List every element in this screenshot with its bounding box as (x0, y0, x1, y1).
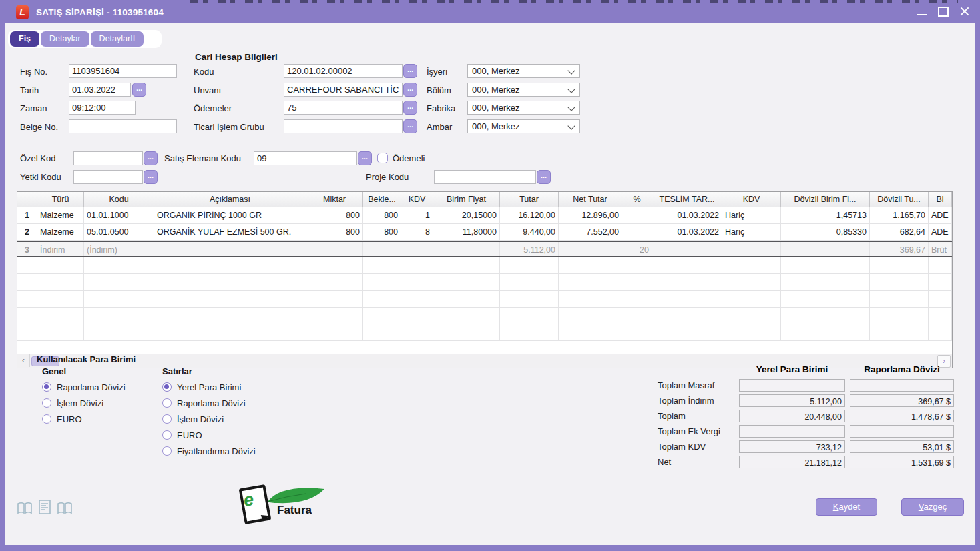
grid-cell[interactable] (559, 257, 622, 273)
proje-kodu-lookup-button[interactable]: ... (537, 170, 551, 184)
grid-cell[interactable] (722, 274, 781, 290)
radio-icon[interactable] (162, 446, 172, 456)
grid-cell[interactable] (37, 274, 84, 290)
grid-column-header[interactable]: Bekle... (363, 192, 401, 207)
grid-cell[interactable] (500, 291, 559, 307)
grid-column-header[interactable]: Türü (37, 192, 84, 207)
grid-cell[interactable] (781, 308, 870, 324)
proje-kodu-field[interactable] (434, 170, 536, 184)
grid-cell[interactable] (622, 324, 652, 340)
radio-option[interactable]: Yerel Para Birimi (162, 379, 256, 395)
odemeli-checkbox[interactable] (377, 153, 388, 163)
radio-option[interactable]: İşlem Dövizi (42, 395, 126, 411)
grid-cell[interactable] (154, 291, 306, 307)
grid-cell[interactable] (870, 308, 929, 324)
grid-cell[interactable]: İndirim (37, 242, 84, 256)
grid-cell[interactable] (37, 324, 84, 340)
grid-cell[interactable]: 369,67 (870, 242, 929, 256)
grid-cell[interactable] (363, 291, 401, 307)
grid-cell[interactable]: 20 (622, 242, 652, 256)
grid-cell[interactable] (306, 308, 363, 324)
ozel-kod-lookup-button[interactable]: ... (144, 151, 158, 165)
grid-column-header[interactable]: Birim Fiyat (433, 192, 500, 207)
grid-column-header[interactable]: Miktar (306, 192, 363, 207)
radio-option[interactable]: İşlem Dövizi (162, 411, 256, 427)
grid-cell[interactable] (622, 291, 652, 307)
minimize-icon[interactable] (917, 14, 927, 15)
grid-cell[interactable] (500, 308, 559, 324)
grid-cell[interactable] (722, 291, 781, 307)
grid-cell[interactable]: 7.552,00 (559, 224, 622, 240)
grid-cell[interactable] (622, 224, 652, 240)
grid-column-header[interactable]: Kodu (84, 192, 154, 207)
grid-cell[interactable] (37, 257, 84, 273)
grid-cell[interactable]: 1,45713 (781, 207, 870, 223)
grid-cell[interactable] (363, 274, 401, 290)
grid-cell[interactable] (84, 308, 154, 324)
grid-column-header[interactable]: Bi (929, 192, 952, 207)
grid-cell[interactable] (363, 242, 401, 256)
grid-row[interactable] (17, 324, 952, 341)
odemeler-field[interactable] (284, 101, 403, 115)
radio-option[interactable]: EURO (162, 427, 256, 443)
grid-cell[interactable] (500, 324, 559, 340)
grid-cell[interactable] (559, 242, 622, 256)
grid-row[interactable]: 2Malzeme05.01.0500ORGANİK YULAF EZMESİ 5… (17, 224, 952, 241)
grid-cell[interactable] (559, 308, 622, 324)
grid-cell[interactable] (500, 257, 559, 273)
radio-option[interactable]: Raporlama Dövizi (42, 379, 126, 395)
maximize-icon[interactable] (938, 7, 949, 17)
grid-cell[interactable] (84, 324, 154, 340)
grid-cell[interactable] (559, 291, 622, 307)
kodu-field[interactable] (284, 64, 403, 78)
zaman-field[interactable] (69, 101, 136, 115)
grid-row[interactable] (17, 274, 952, 291)
grid-cell[interactable] (154, 257, 306, 273)
grid-cell[interactable] (401, 242, 433, 256)
grid-cell[interactable]: Malzeme (37, 224, 84, 240)
satis-elemani-lookup-button[interactable]: ... (358, 151, 372, 165)
grid-column-header[interactable]: Dövizli Tu... (870, 192, 929, 207)
grid-cell[interactable] (84, 291, 154, 307)
grid-cell[interactable]: 01.03.2022 (652, 224, 722, 240)
kaydet-button[interactable]: Kaydet (816, 498, 877, 516)
grid-row[interactable]: 1Malzeme01.01.1000ORGANİK PİRİNÇ 1000 GR… (17, 207, 952, 224)
vazgec-button[interactable]: Vazgeç (901, 498, 964, 516)
grid-cell[interactable] (433, 308, 500, 324)
grid-cell[interactable] (929, 308, 952, 324)
grid-cell[interactable]: 11,80000 (433, 224, 500, 240)
grid-cell[interactable] (363, 257, 401, 273)
grid-cell[interactable]: 800 (363, 224, 401, 240)
radio-icon[interactable] (162, 382, 172, 392)
radio-icon[interactable] (42, 414, 51, 424)
grid-row[interactable] (17, 257, 952, 274)
radio-option[interactable]: Fiyatlandırma Dövizi (162, 443, 256, 459)
grid-cell[interactable] (363, 324, 401, 340)
grid-cell[interactable] (781, 324, 870, 340)
tarih-field[interactable] (69, 83, 131, 97)
grid-cell[interactable] (652, 257, 722, 273)
document-notes-icon[interactable] (37, 499, 53, 515)
grid-cell[interactable]: Hariç (722, 224, 781, 240)
ticari-lookup-button[interactable]: ... (403, 119, 417, 133)
grid-cell[interactable] (870, 324, 929, 340)
scroll-left-icon[interactable]: ‹ (17, 354, 30, 367)
grid-cell[interactable]: ADE (929, 224, 952, 240)
grid-cell[interactable] (84, 257, 154, 273)
grid-cell[interactable] (17, 324, 37, 340)
grid-cell[interactable] (37, 291, 84, 307)
close-icon[interactable] (960, 7, 969, 16)
grid-column-header[interactable] (17, 192, 37, 207)
grid-cell[interactable] (652, 291, 722, 307)
kodu-lookup-button[interactable]: ... (403, 64, 417, 78)
grid-cell[interactable]: 800 (306, 224, 363, 240)
grid-column-header[interactable]: KDV (722, 192, 781, 207)
grid-cell[interactable] (154, 242, 306, 256)
grid-cell[interactable] (870, 257, 929, 273)
grid-cell[interactable] (722, 242, 781, 256)
grid-cell[interactable]: 682,64 (870, 224, 929, 240)
grid-cell[interactable]: ORGANİK YULAF EZMESİ 500 GR. (154, 224, 306, 240)
grid-row[interactable] (17, 291, 952, 308)
radio-icon[interactable] (162, 414, 172, 424)
open-book-icon[interactable] (17, 500, 33, 516)
